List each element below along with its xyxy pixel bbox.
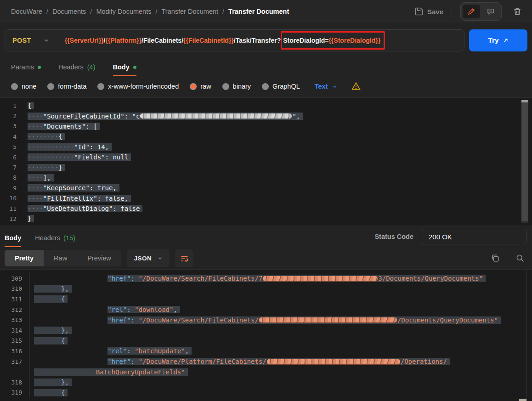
code-line: 317 "href": "/DocuWare/Platform/FileCabi…	[0, 356, 532, 367]
url-variable: {{ServerUrl}}	[65, 37, 104, 44]
body-type-none[interactable]: none	[11, 83, 36, 90]
view-tab-raw[interactable]: Raw	[44, 250, 77, 266]
line-number: 9	[0, 185, 22, 192]
code-line: 310 },	[0, 284, 532, 294]
url-input[interactable]: {{ServerUrl}}/{{Platform}}/FileCabinets/…	[58, 37, 385, 44]
mode-toggle	[460, 2, 502, 21]
request-body-editor[interactable]: 1{2····"SourceFileCabinetId": "c",3····"…	[0, 97, 532, 226]
warning-icon	[351, 82, 361, 91]
response-toolbar: PrettyRawPreview JSON	[0, 247, 532, 269]
save-label: Save	[427, 8, 443, 16]
search-icon[interactable]	[515, 254, 525, 263]
url-variable: {{FileCabinetId}}	[183, 37, 234, 44]
word-wrap-icon	[180, 254, 189, 263]
line-number: 311	[0, 294, 29, 305]
editor-scrollbar[interactable]	[521, 100, 528, 223]
redacted-scribble	[259, 317, 397, 322]
body-type-x-www-form-urlencoded[interactable]: x-www-form-urlencoded	[97, 83, 179, 90]
line-number: 313	[0, 315, 29, 325]
request-tabs: Params Headers (4) Body	[0, 55, 532, 76]
response-vertical-scrollbar[interactable]	[526, 270, 532, 401]
request-url-row: POST {{ServerUrl}}/{{Platform}}/FileCabi…	[0, 23, 532, 55]
line-number: 2	[0, 113, 22, 119]
body-type-raw[interactable]: raw	[190, 83, 211, 90]
view-tab-preview[interactable]: Preview	[77, 250, 121, 266]
chevron-down-icon	[43, 37, 50, 44]
save-icon	[414, 7, 424, 16]
params-dot-indicator	[38, 66, 41, 69]
line-number: 3	[0, 123, 22, 130]
url-literal: StoreDialogId=	[283, 37, 328, 44]
header-bar: DocuWare/Documents/Modify Documents/Tran…	[0, 0, 532, 23]
response-tab-headers[interactable]: Headers (15)	[35, 228, 75, 247]
code-line: 318 },	[0, 377, 532, 388]
try-button[interactable]: Try	[469, 29, 527, 51]
code-line: 319 {	[0, 388, 532, 398]
line-number: 316	[0, 346, 29, 356]
chevron-down-icon	[157, 255, 163, 261]
body-type-form-data[interactable]: form-data	[47, 83, 86, 90]
response-scrollbar-thumb[interactable]	[519, 399, 526, 401]
url-variable: {{StoreDialogId}}	[328, 37, 380, 44]
line-number: 319	[0, 388, 29, 398]
scrollbar-thumb[interactable]	[521, 102, 528, 221]
code-line: BatchQueryUpdateFields"	[0, 367, 532, 377]
radio-icon	[262, 83, 269, 90]
save-button[interactable]: Save	[414, 7, 443, 16]
body-type-label: GraphQL	[272, 83, 300, 90]
radio-icon	[47, 83, 54, 90]
code-line: 12}	[0, 214, 532, 224]
breadcrumb-item[interactable]: Documents	[52, 8, 86, 15]
breadcrumb-current: Transfer Document	[228, 8, 289, 15]
body-type-label: none	[22, 83, 36, 90]
method-select[interactable]: POST	[5, 37, 58, 44]
comment-mode-button[interactable]	[482, 5, 499, 18]
line-number: 4	[0, 133, 22, 140]
breadcrumb-separator: /	[222, 8, 224, 15]
line-number: 310	[0, 284, 29, 294]
body-type-binary[interactable]: binary	[222, 83, 251, 90]
response-tabs: Body Headers (15)	[5, 226, 75, 247]
view-tab-pretty[interactable]: Pretty	[5, 250, 44, 266]
line-number: 317	[0, 356, 29, 367]
api-console: DocuWare/Documents/Modify Documents/Tran…	[0, 0, 532, 401]
status-code-value-box: 200 OK	[421, 229, 526, 244]
response-toolbar-right	[491, 254, 525, 263]
delete-button[interactable]	[513, 7, 522, 16]
content-type-select[interactable]: Text	[315, 83, 338, 90]
body-type-GraphQL[interactable]: GraphQL	[262, 83, 300, 90]
scrollbar-cap	[521, 100, 528, 102]
tab-body[interactable]: Body	[113, 63, 136, 76]
breadcrumb-item[interactable]: Transfer Document	[161, 8, 218, 15]
code-line: 316 "rel": "batchUpdate",	[0, 346, 532, 356]
arrow-up-right-icon	[503, 38, 509, 44]
status-code-value: 200 OK	[429, 233, 452, 241]
response-horizontal-scrollbar[interactable]	[518, 398, 526, 401]
code-line: 309 "href": "/DocuWare/Search/FileCabine…	[0, 273, 532, 284]
copy-icon[interactable]	[491, 254, 500, 263]
chevron-down-icon	[332, 84, 338, 90]
breadcrumb-item[interactable]: DocuWare	[11, 8, 42, 15]
response-tab-body[interactable]: Body	[5, 228, 21, 247]
code-line: 2····"SourceFileCabinetId": "c",	[0, 111, 532, 121]
tab-headers[interactable]: Headers (4)	[58, 63, 96, 76]
breadcrumb: DocuWare/Documents/Modify Documents/Tran…	[11, 8, 289, 15]
edit-mode-button[interactable]	[463, 5, 480, 18]
line-number: 315	[0, 336, 29, 346]
radio-icon	[97, 83, 104, 90]
code-line: 11····"UseDefaultDialog": false	[0, 203, 532, 214]
line-number: 8	[0, 174, 22, 181]
redacted-scribble	[263, 276, 378, 281]
response-format-select[interactable]: JSON	[127, 249, 170, 267]
code-line: 4········{	[0, 131, 532, 141]
url-literal: /Task/Transfer?	[234, 37, 281, 44]
word-wrap-button[interactable]	[175, 249, 193, 267]
line-number: 10	[0, 195, 22, 202]
response-body-viewer[interactable]: 309 "href": "/DocuWare/Search/FileCabine…	[0, 269, 532, 401]
response-view-tabs: PrettyRawPreview	[5, 250, 121, 266]
breadcrumb-item[interactable]: Modify Documents	[96, 8, 151, 15]
tab-params[interactable]: Params	[11, 63, 41, 76]
code-line: 5············"Id": 14,	[0, 142, 532, 152]
body-type-label: raw	[200, 83, 211, 90]
header-divider	[452, 6, 452, 17]
